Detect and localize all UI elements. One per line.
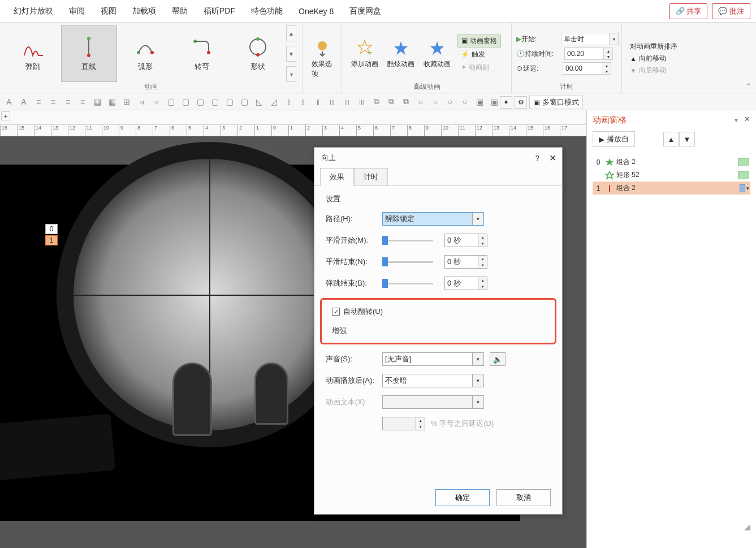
tb-align-justify[interactable]: ≡ <box>76 95 89 109</box>
multi-window-button[interactable]: ▣多窗口模式 <box>529 96 583 109</box>
anim-list-row-2[interactable]: 1 组合 2 ▾ <box>593 182 750 195</box>
pane-close-button[interactable]: ✕ <box>744 115 750 123</box>
tb-font-grow[interactable]: A <box>2 95 16 109</box>
tab-feature[interactable]: 特色功能 <box>243 3 291 20</box>
tb-24[interactable]: ⧉ <box>370 95 383 109</box>
after-anim-select[interactable]: 不变暗▾ <box>382 374 484 387</box>
tb-26[interactable]: ⧉ <box>399 95 413 109</box>
tb-22[interactable]: ⫼ <box>340 95 354 109</box>
pane-options-button[interactable]: ▼ <box>733 117 739 123</box>
anim-arc[interactable]: 弧形 <box>117 25 174 82</box>
dialog-titlebar[interactable]: 向上 ? ✕ <box>314 148 562 168</box>
anim-line[interactable]: 直线 <box>61 25 118 82</box>
reorder-down-button[interactable]: ▼ <box>679 132 695 146</box>
tb-7[interactable]: ⊞ <box>120 95 133 109</box>
gallery-more[interactable]: ▾ <box>286 66 296 82</box>
smooth-start-input[interactable]: 0 秒 <box>444 234 478 247</box>
tb-font-shrink[interactable]: A <box>17 95 31 109</box>
smooth-start-slider[interactable] <box>382 235 433 246</box>
ok-button[interactable]: 确定 <box>435 489 490 506</box>
tb-21[interactable]: ⫼ <box>326 95 339 109</box>
tab-foxit[interactable]: 福昕PDF <box>196 3 243 20</box>
tb-align-right[interactable]: ≡ <box>61 95 75 109</box>
tb-15[interactable]: ▢ <box>237 95 251 109</box>
trigger-button[interactable]: ⚡触发 <box>457 49 501 61</box>
tb-10[interactable]: ▢ <box>164 95 178 109</box>
dur-up[interactable]: ▴ <box>604 48 612 54</box>
anim-turn[interactable]: 转弯 <box>174 25 230 82</box>
tab-baidu[interactable]: 百度网盘 <box>342 3 389 20</box>
dur-down[interactable]: ▾ <box>604 54 612 59</box>
dialog-close-button[interactable]: ✕ <box>549 153 556 163</box>
bounce-end-slider[interactable] <box>382 278 433 289</box>
tab-view[interactable]: 视图 <box>93 3 124 20</box>
anim-list-row-1[interactable]: 矩形 52 <box>593 169 750 182</box>
spin-down[interactable]: ▾ <box>478 262 487 268</box>
anim-bounce[interactable]: 弹跳 <box>5 25 61 82</box>
gallery-down[interactable]: ▼ <box>286 46 296 62</box>
tb-12[interactable]: ▢ <box>193 95 207 109</box>
tb-5[interactable]: ▦ <box>90 95 104 109</box>
tb-31[interactable]: ▣ <box>473 95 486 109</box>
fav-animation-button[interactable]: 收藏动画 <box>419 37 455 71</box>
start-select[interactable]: 单击时 <box>561 33 610 45</box>
tb-27[interactable]: ○ <box>414 95 427 109</box>
tb-18[interactable]: ⫿ <box>282 95 295 109</box>
reorder-up-button[interactable]: ▲ <box>663 132 679 146</box>
move-forward-button[interactable]: ▲向前移动 <box>627 53 669 64</box>
path-select[interactable]: 解除锁定▾ <box>382 212 484 226</box>
collapse-ribbon-button[interactable]: ⌃ <box>745 82 751 90</box>
play-from-button[interactable]: ▶播放自 <box>593 131 635 147</box>
tb-30[interactable]: ○ <box>458 95 472 109</box>
auto-reverse-checkbox[interactable]: ✓ 自动翻转(U) <box>332 307 545 317</box>
spin-up[interactable]: ▴ <box>478 277 487 283</box>
tb-16[interactable]: ◺ <box>252 95 266 109</box>
gear-btn[interactable]: ⚙ <box>515 96 527 109</box>
effect-options-button[interactable]: 效果选项 <box>307 37 337 81</box>
tb-align-left[interactable]: ≡ <box>32 95 45 109</box>
spin-down[interactable]: ▾ <box>478 240 487 247</box>
marker-0[interactable]: 0 <box>45 224 58 234</box>
tb-25[interactable]: ⧉ <box>385 95 398 109</box>
anim-shape[interactable]: 形状 <box>230 25 286 82</box>
tab-help[interactable]: 帮助 <box>164 3 196 20</box>
start-dropdown[interactable]: ▾ <box>610 33 618 45</box>
duration-input[interactable]: 00.20 <box>564 48 604 60</box>
add-slide-button[interactable]: + <box>1 111 10 120</box>
spin-up[interactable]: ▴ <box>478 256 487 262</box>
delay-input[interactable]: 00.00 <box>563 62 602 75</box>
delay-down[interactable]: ▾ <box>602 68 611 74</box>
tb-align-center[interactable]: ≡ <box>46 95 60 109</box>
smooth-end-slider[interactable] <box>382 256 433 267</box>
gallery-up[interactable]: ▲ <box>286 25 296 41</box>
anim-list-row-0[interactable]: 0 组合 2 <box>593 156 750 169</box>
animation-pane-button[interactable]: ▣动画窗格 <box>457 34 501 48</box>
sound-volume-button[interactable]: 🔈 <box>490 352 506 366</box>
cool-animation-button[interactable]: 酷炫动画 <box>383 37 419 71</box>
annotate-button[interactable]: 💬 批注 <box>712 3 750 19</box>
bounce-end-input[interactable]: 0 秒 <box>444 277 478 290</box>
anim-star-btn[interactable]: ✦ <box>500 96 512 109</box>
smooth-end-input[interactable]: 0 秒 <box>444 255 478 269</box>
tab-addins[interactable]: 加载项 <box>124 3 164 20</box>
dialog-help-button[interactable]: ? <box>535 154 539 162</box>
marker-1[interactable]: 1 <box>45 235 58 245</box>
tb-29[interactable]: ○ <box>443 95 457 109</box>
tb-19[interactable]: ⫿ <box>296 95 310 109</box>
resize-grip[interactable]: ◢ <box>744 522 750 531</box>
tb-6[interactable]: ▦ <box>105 95 119 109</box>
cancel-button[interactable]: 取消 <box>496 489 551 506</box>
tb-28[interactable]: ○ <box>429 95 442 109</box>
add-animation-button[interactable]: + 添加动画 <box>347 37 383 71</box>
tb-23[interactable]: ⫼ <box>355 95 369 109</box>
dialog-tab-timing[interactable]: 计时 <box>354 168 388 186</box>
tb-32[interactable]: ▣ <box>487 95 501 109</box>
tb-9[interactable]: ◃ <box>149 95 163 109</box>
tab-review[interactable]: 审阅 <box>61 3 93 20</box>
tb-17[interactable]: ◿ <box>267 95 280 109</box>
row-menu[interactable]: ▾ <box>746 185 749 191</box>
tab-slideshow[interactable]: 幻灯片放映 <box>6 3 61 20</box>
tb-8[interactable]: ◃ <box>135 95 148 109</box>
spin-down[interactable]: ▾ <box>478 283 487 290</box>
sound-select[interactable]: [无声音]▾ <box>382 352 484 366</box>
